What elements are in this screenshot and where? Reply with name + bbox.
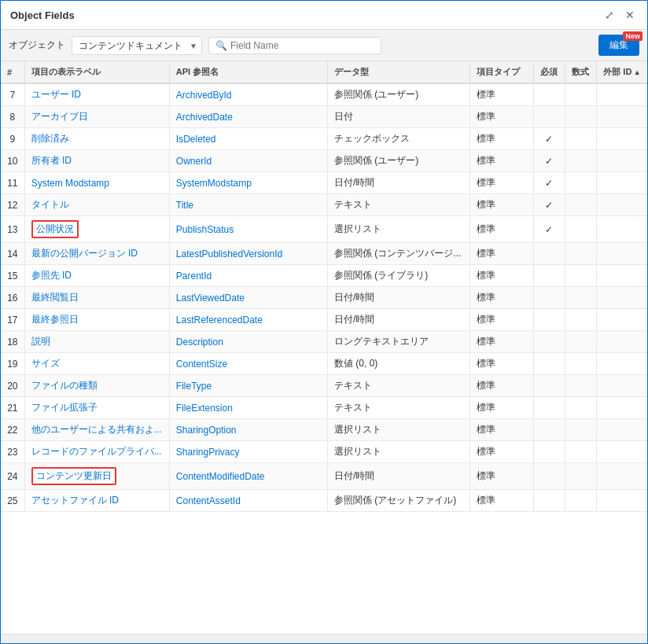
cell-required: ✓ — [533, 216, 565, 243]
table-row: 11System ModstampSystemModstamp日付/時間標準✓ — [1, 172, 647, 194]
cell-required: ✓ — [533, 128, 565, 150]
col-header-datatype[interactable]: データ型 — [328, 61, 470, 83]
col-header-num: # — [1, 61, 24, 83]
cell-num: 11 — [1, 172, 24, 194]
cell-decimal — [565, 216, 596, 243]
cell-api[interactable]: FileExtension — [169, 397, 327, 419]
cell-fieldtype: 標準 — [470, 309, 533, 331]
cell-api[interactable]: FileType — [169, 375, 327, 397]
cell-label[interactable]: 最終閲覧日 — [24, 287, 169, 309]
col-header-extid[interactable]: 外部 ID — [597, 61, 647, 83]
cell-api[interactable]: ArchivedById — [169, 83, 327, 106]
table-row: 14最新の公開バージョン IDLatestPublishedVersionId参… — [1, 243, 647, 265]
cell-fieldtype: 標準 — [470, 265, 533, 287]
cell-api[interactable]: SharingOption — [169, 419, 327, 441]
cell-label[interactable]: タイトル — [24, 194, 169, 216]
col-header-decimal[interactable]: 数式 — [565, 61, 596, 83]
col-header-fieldtype[interactable]: 項目タイプ — [470, 61, 533, 83]
cell-label[interactable]: 公開状況 — [24, 216, 169, 243]
cell-required — [533, 106, 565, 128]
close-button[interactable]: ✕ — [622, 7, 638, 23]
cell-decimal — [565, 83, 596, 106]
cell-api[interactable]: PublishStatus — [169, 216, 327, 243]
table-row: 9削除済みIsDeletedチェックボックス標準✓ — [1, 128, 647, 150]
cell-fieldtype: 標準 — [470, 419, 533, 441]
cell-api[interactable]: ParentId — [169, 265, 327, 287]
cell-datatype: 選択リスト — [328, 216, 470, 243]
cell-label[interactable]: サイズ — [24, 353, 169, 375]
cell-api[interactable]: IsDeleted — [169, 128, 327, 150]
cell-label[interactable]: 他のユーザーによる共有およ... — [24, 419, 169, 441]
cell-label[interactable]: 最新の公開バージョン ID — [24, 243, 169, 265]
cell-extid — [597, 287, 647, 309]
table-row: 8アーカイブ日ArchivedDate日付標準 — [1, 106, 647, 128]
cell-api[interactable]: LastViewedDate — [169, 287, 327, 309]
cell-datatype: 選択リスト — [328, 441, 470, 463]
object-select[interactable]: コンテンツドキュメント — [72, 36, 202, 55]
cell-decimal — [565, 375, 596, 397]
cell-decimal — [565, 287, 596, 309]
cell-fieldtype: 標準 — [470, 441, 533, 463]
cell-datatype: 参照関係 (アセットファイル) — [328, 490, 470, 512]
cell-num: 7 — [1, 83, 24, 106]
cell-extid — [597, 216, 647, 243]
edit-button-wrapper: New 編集 — [598, 35, 639, 56]
cell-extid — [597, 150, 647, 172]
cell-decimal — [565, 309, 596, 331]
object-fields-window: Object Fields ⤢ ✕ オブジェクト コンテンツドキュメント ▼ 🔍… — [0, 0, 648, 644]
cell-datatype: 数値 (0, 0) — [328, 353, 470, 375]
table-row: 22他のユーザーによる共有およ...SharingOption選択リスト標準 — [1, 419, 647, 441]
cell-label[interactable]: ファイルの種類 — [24, 375, 169, 397]
cell-datatype: 参照関係 (ユーザー) — [328, 83, 470, 106]
title-bar-buttons: ⤢ ✕ — [602, 7, 638, 23]
cell-api[interactable]: LastReferencedDate — [169, 309, 327, 331]
col-header-required[interactable]: 必須 — [533, 61, 565, 83]
cell-api[interactable]: SharingPrivacy — [169, 441, 327, 463]
cell-label[interactable]: ファイル拡張子 — [24, 397, 169, 419]
cell-api[interactable]: ArchivedDate — [169, 106, 327, 128]
cell-decimal — [565, 419, 596, 441]
cell-label[interactable]: コンテンツ更新日 — [24, 463, 169, 490]
cell-fieldtype: 標準 — [470, 353, 533, 375]
cell-extid — [597, 375, 647, 397]
cell-api[interactable]: SystemModstamp — [169, 172, 327, 194]
cell-label[interactable]: アセットファイル ID — [24, 490, 169, 512]
cell-decimal — [565, 331, 596, 353]
cell-decimal — [565, 243, 596, 265]
cell-label[interactable]: アーカイブ日 — [24, 106, 169, 128]
cell-required — [533, 331, 565, 353]
cell-label[interactable]: 参照先 ID — [24, 265, 169, 287]
table-container: # 項目の表示ラベル API 参照名 データ型 項目タイプ 必須 数式 外部 I… — [1, 61, 647, 634]
cell-num: 13 — [1, 216, 24, 243]
cell-api[interactable]: ContentSize — [169, 353, 327, 375]
cell-label[interactable]: ユーザー ID — [24, 83, 169, 106]
cell-decimal — [565, 128, 596, 150]
cell-api[interactable]: ContentModifiedDate — [169, 463, 327, 490]
cell-api[interactable]: OwnerId — [169, 150, 327, 172]
cell-label[interactable]: 最終参照日 — [24, 309, 169, 331]
horizontal-scrollbar[interactable] — [1, 634, 647, 643]
cell-extid — [597, 441, 647, 463]
col-header-api[interactable]: API 参照名 — [169, 61, 327, 83]
cell-extid — [597, 128, 647, 150]
cell-label[interactable]: System Modstamp — [24, 172, 169, 194]
cell-label[interactable]: 説明 — [24, 331, 169, 353]
cell-decimal — [565, 353, 596, 375]
cell-api[interactable]: ContentAssetId — [169, 490, 327, 512]
cell-api[interactable]: Description — [169, 331, 327, 353]
expand-button[interactable]: ⤢ — [602, 7, 617, 23]
cell-extid — [597, 397, 647, 419]
cell-required — [533, 265, 565, 287]
cell-label[interactable]: 所有者 ID — [24, 150, 169, 172]
cell-api[interactable]: Title — [169, 194, 327, 216]
cell-label[interactable]: レコードのファイルプライバ... — [24, 441, 169, 463]
cell-num: 20 — [1, 375, 24, 397]
col-header-label[interactable]: 項目の表示ラベル — [24, 61, 169, 83]
table-body: 7ユーザー IDArchivedById参照関係 (ユーザー)標準8アーカイブ日… — [1, 83, 647, 512]
cell-fieldtype: 標準 — [470, 490, 533, 512]
table-row: 13公開状況PublishStatus選択リスト標準✓ — [1, 216, 647, 243]
search-input[interactable] — [230, 40, 374, 51]
cell-num: 8 — [1, 106, 24, 128]
cell-api[interactable]: LatestPublishedVersionId — [169, 243, 327, 265]
cell-label[interactable]: 削除済み — [24, 128, 169, 150]
